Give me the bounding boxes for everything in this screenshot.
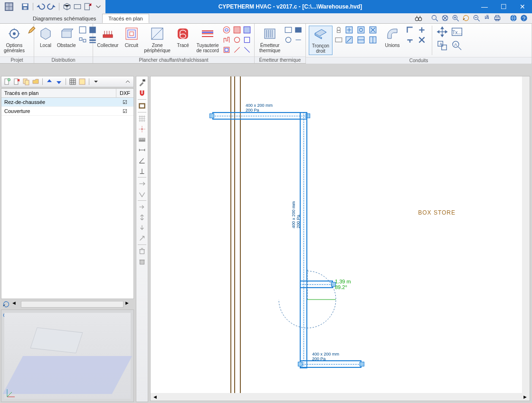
- print-icon[interactable]: [493, 14, 502, 22]
- et-2-icon[interactable]: [294, 26, 303, 34]
- drawing-canvas[interactable]: BOX STORE 400 x 200 mm 200 Pa 400 x 200 …: [150, 76, 530, 401]
- open-icon[interactable]: [32, 78, 39, 85]
- trash1-icon[interactable]: [138, 247, 146, 255]
- phc-1-icon[interactable]: [222, 26, 231, 34]
- zoom-window-icon[interactable]: [430, 14, 439, 22]
- un-4-icon[interactable]: [418, 36, 426, 44]
- zoom-out-icon[interactable]: [472, 14, 481, 22]
- layers-icon[interactable]: [69, 78, 76, 85]
- close-button[interactable]: ✕: [513, 0, 532, 13]
- v2-icon[interactable]: [138, 190, 146, 198]
- binoculars-icon[interactable]: [414, 14, 423, 22]
- arrow-down-icon[interactable]: [138, 224, 146, 232]
- vertical-scrollbar[interactable]: [522, 76, 530, 393]
- dxf-icon[interactable]: [78, 78, 86, 85]
- v1-icon[interactable]: [138, 179, 146, 188]
- minimize-button[interactable]: —: [475, 0, 494, 13]
- redo-icon[interactable]: [47, 2, 56, 11]
- tool-text-icon[interactable]: Tx...: [451, 26, 463, 38]
- emetteur-button[interactable]: Émetteur thermique: [257, 26, 282, 54]
- unions-button[interactable]: Unions: [381, 26, 404, 49]
- zoom-in-icon[interactable]: [451, 14, 460, 22]
- small-c-icon[interactable]: [78, 36, 87, 44]
- dropdown-icon[interactable]: [92, 78, 100, 85]
- phc-5-icon[interactable]: [243, 26, 251, 34]
- collapse-icon[interactable]: [124, 78, 132, 85]
- rect-icon[interactable]: [138, 102, 146, 110]
- cd-g2-icon[interactable]: [357, 26, 365, 34]
- tool-find-icon[interactable]: A: [451, 39, 463, 52]
- scroll-right-icon[interactable]: ►: [124, 300, 133, 309]
- undo-icon[interactable]: [37, 2, 45, 11]
- cd-g4-icon[interactable]: [345, 36, 353, 44]
- delete-icon[interactable]: [13, 78, 20, 85]
- export-icon[interactable]: [84, 2, 92, 11]
- cd-g1-icon[interactable]: [345, 26, 353, 34]
- troncon-droit-button[interactable]: Tronçon droit: [309, 26, 332, 55]
- node-4[interactable]: [298, 362, 303, 366]
- collecteur-button[interactable]: Collecteur: [96, 26, 120, 49]
- row-couverture[interactable]: Couverture ☑: [1, 107, 133, 116]
- scroll-left-icon[interactable]: ◄: [11, 300, 20, 309]
- node-1[interactable]: [209, 113, 214, 118]
- tuyauterie-button[interactable]: Tuyauterie de raccord: [195, 26, 220, 54]
- zoom-extents-icon[interactable]: [441, 14, 449, 22]
- un-2-icon[interactable]: [418, 26, 426, 34]
- tab-diagrammes[interactable]: Diagrammes schématiques: [27, 14, 102, 23]
- obstacle-button[interactable]: Obstacle: [56, 26, 76, 49]
- pan-icon[interactable]: [483, 14, 491, 22]
- cube-icon[interactable]: [63, 2, 71, 11]
- arrow-right-icon[interactable]: [138, 203, 146, 211]
- up-icon[interactable]: [46, 78, 53, 85]
- arrow-updown-icon[interactable]: [138, 213, 146, 222]
- phc-7-icon[interactable]: [243, 36, 251, 44]
- circuit-button[interactable]: Circuit: [122, 26, 142, 49]
- preview-3d[interactable]: [1, 309, 134, 402]
- cd-g3-icon[interactable]: [369, 26, 377, 34]
- save-icon[interactable]: [21, 2, 29, 11]
- cd-g6-icon[interactable]: [369, 36, 377, 44]
- zone-button[interactable]: Zone périphérique: [143, 26, 171, 54]
- un-3-icon[interactable]: [406, 36, 414, 44]
- angle-icon[interactable]: [138, 156, 146, 165]
- globe-icon[interactable]: [509, 14, 518, 22]
- row-rdc[interactable]: Rez-de-chaussée ☑: [1, 98, 133, 107]
- phc-9-icon[interactable]: [243, 46, 251, 54]
- small-a-icon[interactable]: [78, 26, 87, 34]
- keyboard-icon[interactable]: [138, 135, 146, 144]
- copy-icon[interactable]: [22, 78, 30, 85]
- perp-icon[interactable]: [138, 167, 146, 175]
- down-icon[interactable]: [55, 78, 63, 85]
- phc-4-icon[interactable]: [233, 26, 241, 34]
- box-icon[interactable]: [73, 2, 82, 11]
- cd-2-icon[interactable]: [334, 36, 343, 44]
- horizontal-scrollbar[interactable]: ◄►: [151, 393, 530, 401]
- row-couv-check[interactable]: ☑: [116, 108, 133, 114]
- et-1-icon[interactable]: [284, 26, 293, 34]
- tool-move-icon[interactable]: [436, 26, 448, 38]
- phc-2-icon[interactable]: [222, 36, 231, 44]
- help-icon[interactable]: ?: [520, 14, 528, 22]
- options-generales-button[interactable]: Options générales: [3, 26, 26, 54]
- hammer-icon[interactable]: [138, 78, 146, 87]
- et-4-icon[interactable]: [294, 36, 303, 44]
- maximize-button[interactable]: ☐: [494, 0, 513, 13]
- dim-icon[interactable]: [138, 146, 146, 154]
- qat-dropdown-icon[interactable]: [94, 2, 103, 11]
- phc-8-icon[interactable]: [233, 46, 241, 54]
- un-1-icon[interactable]: [406, 26, 414, 34]
- arrow-diag-icon[interactable]: [138, 234, 146, 243]
- new-icon[interactable]: [3, 78, 11, 85]
- magnet-icon[interactable]: [138, 89, 146, 97]
- local-button[interactable]: Local: [37, 26, 54, 49]
- refresh3d-icon[interactable]: [2, 300, 10, 309]
- tool-scale-icon[interactable]: A: [436, 39, 448, 52]
- row-rdc-check[interactable]: ☑: [116, 99, 133, 105]
- trace-button[interactable]: Tracé: [173, 26, 193, 49]
- phc-6-icon[interactable]: [233, 36, 241, 44]
- zoom-refresh-icon[interactable]: [462, 14, 470, 22]
- trash2-icon[interactable]: [138, 257, 146, 266]
- phc-3-icon[interactable]: [222, 46, 231, 54]
- cd-1-icon[interactable]: [334, 26, 343, 34]
- et-3-icon[interactable]: [284, 36, 293, 44]
